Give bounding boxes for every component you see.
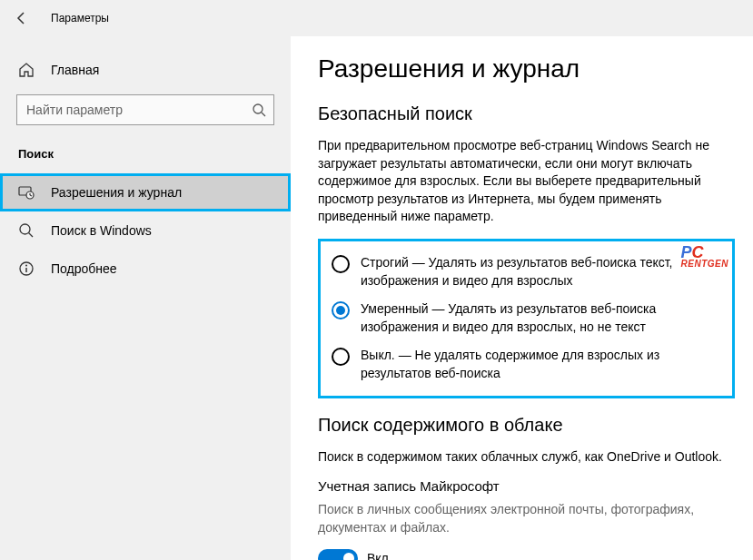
sidebar-section-label: Поиск <box>0 140 291 173</box>
sidebar-item-more[interactable]: Подробнее <box>0 250 291 288</box>
radio-label: Умеренный — Удалять из результатов веб-п… <box>361 300 721 336</box>
sidebar: Главная Поиск Разрешения и журнал <box>0 36 291 560</box>
safesearch-options: PC RENTGEN Строгий — Удалять из результа… <box>318 239 735 398</box>
cloud-intro: Поиск в содержимом таких облачных служб,… <box>318 448 735 467</box>
radio-label: Выкл. — Не удалять содержимое для взросл… <box>361 347 721 382</box>
back-button[interactable] <box>11 7 33 29</box>
toggle-label: Вкл. <box>367 551 392 560</box>
sidebar-item-label: Поиск в Windows <box>51 223 152 238</box>
ms-account-title: Учетная запись Майкрософт <box>318 478 735 494</box>
info-icon <box>18 260 35 277</box>
permissions-icon <box>18 184 35 201</box>
radio-off[interactable]: Выкл. — Не удалять содержимое для взросл… <box>332 347 721 382</box>
radio-button-icon <box>332 348 350 366</box>
home-icon <box>18 62 35 78</box>
svg-point-6 <box>20 224 30 234</box>
titlebar: Параметры <box>0 0 753 36</box>
magnifier-icon <box>18 222 35 239</box>
sidebar-item-label: Подробнее <box>51 261 117 276</box>
safesearch-intro: При предварительном просмотре веб-страни… <box>318 137 735 226</box>
radio-moderate[interactable]: Умеренный — Удалять из результатов веб-п… <box>332 300 721 336</box>
content-area: Разрешения и журнал Безопасный поиск При… <box>291 36 753 560</box>
ms-account-desc: Поиск в личных сообщениях электронной по… <box>318 501 735 536</box>
nav-home-label: Главная <box>51 63 99 77</box>
search-input[interactable] <box>26 103 244 117</box>
svg-point-9 <box>25 265 27 267</box>
nav-home[interactable]: Главная <box>0 54 291 85</box>
search-icon <box>252 103 266 117</box>
page-title: Разрешения и журнал <box>318 54 735 84</box>
watermark-logo: PC RENTGEN <box>681 243 728 269</box>
svg-line-1 <box>262 113 265 116</box>
radio-button-icon <box>332 301 350 319</box>
sidebar-item-windows-search[interactable]: Поиск в Windows <box>0 211 291 250</box>
radio-button-icon <box>332 255 350 273</box>
svg-line-7 <box>29 233 34 238</box>
window-title: Параметры <box>51 12 109 25</box>
svg-point-0 <box>253 104 263 113</box>
radio-label: Строгий — Удалять из результатов веб-пои… <box>361 254 721 290</box>
cloud-heading: Поиск содержимого в облаке <box>318 415 735 436</box>
search-box[interactable] <box>16 94 274 125</box>
safesearch-heading: Безопасный поиск <box>318 103 735 124</box>
ms-account-toggle[interactable] <box>318 549 358 560</box>
arrow-left-icon <box>15 11 29 25</box>
sidebar-item-label: Разрешения и журнал <box>51 185 182 200</box>
sidebar-item-permissions[interactable]: Разрешения и журнал <box>0 173 291 211</box>
radio-strict[interactable]: Строгий — Удалять из результатов веб-пои… <box>332 254 721 290</box>
